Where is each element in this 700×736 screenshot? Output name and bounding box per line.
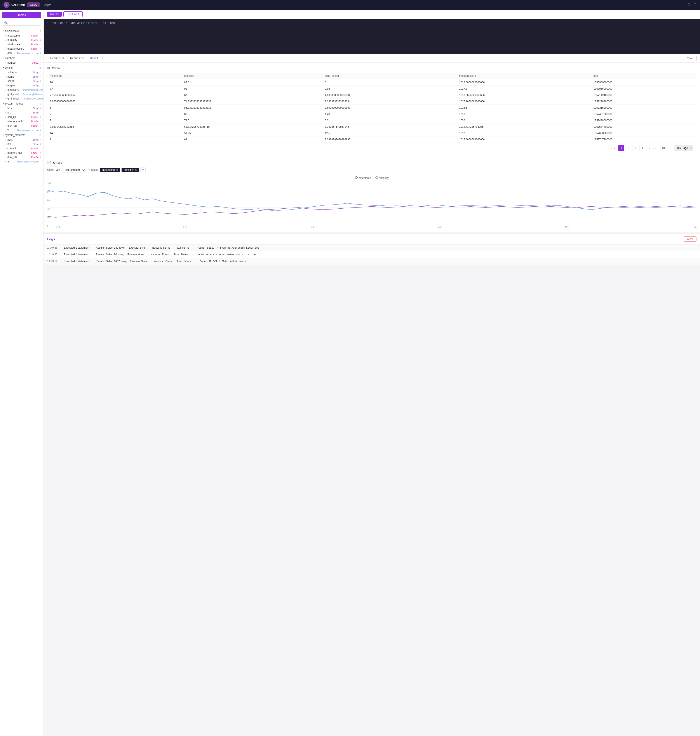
page-button-18[interactable]: 18: [660, 145, 666, 151]
copy-field-icon[interactable]: ⧉: [40, 39, 41, 41]
table-cell: 1018: [456, 111, 591, 118]
tree-item-humidity: ○ humidity Float64 ⧉: [0, 38, 44, 42]
table-cell: 1357747200000: [591, 137, 697, 143]
copy-field-icon[interactable]: ⧉: [40, 107, 41, 110]
tab-result-3[interactable]: Result 3✕: [87, 54, 107, 62]
sidebar-group-header-system_metrics2[interactable]: ▼ system_metrics2 ⧉: [0, 133, 44, 138]
copy-field-icon[interactable]: ⧉: [40, 43, 41, 46]
tree-item-idc: ○ idc String ⧉: [0, 142, 44, 146]
col-name: disk_util: [7, 156, 30, 159]
pagination: ‹12345...18›10 / Page: [47, 143, 697, 153]
copy-field-icon[interactable]: ⧉: [40, 129, 41, 131]
table-row: 1084.501015.66666666666661356969600000: [47, 79, 697, 86]
search-input[interactable]: [9, 21, 42, 24]
copy-field-icon[interactable]: ⧉: [40, 71, 41, 74]
copy-icon[interactable]: ⧉: [40, 30, 41, 32]
sidebar-group-header-numbers[interactable]: ▼ numbers ⧉: [0, 56, 44, 60]
table-title: Table: [52, 66, 60, 70]
copy-field-icon[interactable]: ⧉: [40, 143, 41, 146]
log-code: Code: SELECT * FROM delhiclimate LIMIT 9…: [197, 253, 256, 256]
logs-clear-button[interactable]: Clear: [684, 236, 697, 241]
table-cell: 82.8: [181, 111, 322, 118]
legend-dot: [375, 176, 378, 179]
page-button-...[interactable]: ...: [653, 145, 659, 151]
page-button-3[interactable]: 3: [632, 145, 638, 151]
copy-field-icon[interactable]: ⧉: [40, 62, 41, 64]
table-row: 8.85714285714285863.7142857142857157.142…: [47, 124, 697, 130]
logo-icon: G: [3, 2, 10, 8]
copy-field-icon[interactable]: ⧉: [40, 156, 41, 159]
copy-field-icon[interactable]: ⧉: [40, 152, 41, 154]
editor-toolbar: Run All Run Line 1: [44, 10, 700, 19]
table-cell: 3.6999999999999997: [322, 105, 456, 111]
copy-icon[interactable]: ⧉: [40, 66, 41, 69]
chevron-icon: ▼: [2, 30, 4, 32]
tab-result-1[interactable]: Result 1✕: [47, 54, 67, 62]
tables-button[interactable]: Tables: [2, 12, 41, 18]
run-line-button[interactable]: Run Line 1: [63, 11, 82, 17]
col-icon: ○: [5, 76, 6, 78]
tree-item-idc: ○ idc String ⧉: [0, 110, 44, 115]
table-cell: 10: [47, 79, 181, 86]
table-cell: 1356969600000: [591, 79, 697, 86]
page-prev-button[interactable]: ‹: [611, 145, 618, 151]
col-name: number: [7, 61, 31, 64]
sidebar-group-header-scripts[interactable]: ▼ scripts ⧉: [0, 65, 44, 70]
copy-field-icon[interactable]: ⧉: [40, 47, 41, 50]
copy-field-icon[interactable]: ⧉: [40, 111, 41, 114]
page-button-1[interactable]: 1: [618, 145, 624, 151]
y-tag-humidity: humidity✕: [122, 168, 139, 172]
copy-field-icon[interactable]: ⧉: [40, 84, 41, 87]
table-cell: 1017: [456, 130, 591, 137]
chart-type-select[interactable]: line(smooth): [63, 167, 85, 173]
copy-field-icon[interactable]: ⧉: [40, 147, 41, 150]
col-type: Float64: [31, 125, 38, 127]
copy-field-icon[interactable]: ⧉: [40, 120, 41, 123]
copy-field-icon[interactable]: ⧉: [40, 138, 41, 141]
copy-icon[interactable]: ⧉: [40, 102, 41, 105]
copy-field-icon[interactable]: ⧉: [40, 75, 41, 78]
table-cell: 1357142400000: [591, 92, 697, 99]
tab-result-2[interactable]: Result 2✕: [67, 54, 87, 62]
table-cell: 63.714285714285715: [181, 124, 322, 130]
copy-field-icon[interactable]: ⧉: [40, 116, 41, 118]
copy-field-icon[interactable]: ⧉: [40, 160, 41, 163]
results-clear-button[interactable]: Clear: [684, 56, 697, 61]
table-cell: 84.5: [181, 79, 322, 86]
copy-field-icon[interactable]: ⧉: [40, 52, 41, 54]
table-cell: 7.1666666666666667: [47, 92, 181, 99]
copy-icon[interactable]: ⧉: [40, 57, 41, 60]
query-nav-button[interactable]: Query: [27, 2, 40, 7]
tab-close-icon[interactable]: ✕: [82, 57, 84, 59]
page-button-4[interactable]: 4: [639, 145, 646, 151]
scripts-nav-link[interactable]: Scripts: [43, 3, 51, 7]
log-network: Network: 83 ms: [151, 253, 170, 256]
copy-field-icon[interactable]: ⧉: [40, 80, 41, 82]
y-tag-add-button[interactable]: ▾: [140, 168, 146, 172]
table-cell: 86.8333333333333333: [181, 105, 322, 111]
tab-close-icon[interactable]: ✕: [62, 57, 64, 59]
per-page-select[interactable]: 10 / Page: [674, 146, 693, 151]
tab-close-icon[interactable]: ✕: [101, 57, 104, 59]
code-editor[interactable]: 1 SELECT * FROM delhiclimate LIMIT 180: [44, 19, 700, 54]
copy-icon[interactable]: ⧉: [40, 134, 41, 137]
menu-icon[interactable]: ☰: [693, 3, 697, 7]
clock-icon[interactable]: ⏱: [687, 3, 691, 7]
sidebar-group-header-delhiclimate[interactable]: ▼ delhiclimate ⧉: [0, 29, 44, 34]
search-icon: 🔍: [4, 21, 8, 25]
sidebar: Tables 🔍 ↻ ▼ delhiclimate ⧉ ○ meantemp F…: [0, 10, 44, 736]
log-code: Code: SELECT * FROM delhiclimate LIMIT 1…: [198, 246, 259, 249]
page-button-5[interactable]: 5: [646, 145, 652, 151]
page-button-2[interactable]: 2: [625, 145, 631, 151]
run-all-button[interactable]: Run All: [47, 12, 62, 17]
y-tag-close-icon[interactable]: ✕: [116, 169, 118, 171]
table-row: 1451.2512.510171357660800000: [47, 130, 697, 137]
y-tag-close-icon[interactable]: ✕: [135, 169, 137, 171]
x-axis-label: May: [565, 226, 569, 228]
copy-field-icon[interactable]: ⧉: [40, 124, 41, 127]
sidebar-group-header-system_metrics[interactable]: ▼ system_metrics ⧉: [0, 101, 44, 106]
col-name: gmt_modi...: [7, 97, 21, 100]
tree-item-date: ○ date TimestampMillisecond ⧉: [0, 51, 44, 55]
copy-field-icon[interactable]: ⧉: [40, 34, 41, 37]
page-next-button[interactable]: ›: [667, 145, 674, 151]
